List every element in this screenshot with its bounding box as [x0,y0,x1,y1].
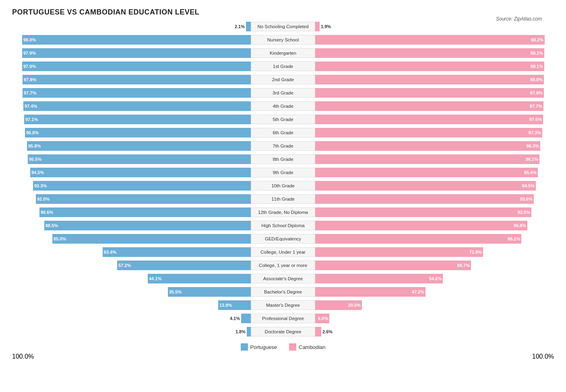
bar-row: 97.4%4th Grade97.7% [12,100,554,112]
bar-row: 98.0%Nursery School98.2% [12,34,554,46]
bar-row: 97.8%2nd Grade98.0% [12,74,554,86]
right-pct-label: 88.2% [506,236,521,241]
right-pct-label: 98.1% [529,64,544,69]
left-pct-label: 97.8% [23,77,37,82]
cambodian-label: Cambodian [299,344,326,350]
chart-title: PORTUGUESE VS CAMBODIAN EDUCATION LEVEL [12,8,554,16]
center-label: College, Under 1 year [251,247,315,257]
right-pct-label: 97.6% [528,117,543,122]
left-pct-label: 97.1% [24,117,39,122]
bar-row: 96.8%6th Grade97.3% [12,127,554,139]
right-bar-section: 92.6% [315,206,554,218]
center-label: 2nd Grade [251,75,315,84]
right-pct-label: 47.2% [411,289,426,294]
right-pct-label: 94.5% [521,183,536,188]
right-pct-label: 66.7% [456,263,471,268]
left-bar-section: 35.5% [12,286,251,298]
center-label: 11th Grade [251,194,315,204]
right-bar-section: 66.7% [315,259,554,271]
center-label: 8th Grade [251,154,315,164]
left-pct-label: 97.7% [23,90,37,95]
right-bar-section: 98.2% [315,34,554,46]
left-bar-section: 4.1% [12,312,251,324]
chart-area: 2.1%No Schooling Completed1.9%98.0%Nurse… [12,21,554,338]
left-bar-section: 63.4% [12,246,251,258]
right-pct-label: 71.9% [468,250,483,254]
right-outside-label: 2.6% [322,329,333,334]
bar-row: 95.5%8th Grade96.1% [12,153,554,165]
left-outside-label: 1.8% [235,329,246,334]
right-bar-section: 97.7% [315,100,554,112]
right-bar-section: 98.0% [315,74,554,86]
center-label: Associate's Degree [251,274,315,283]
right-bar-section: 93.6% [315,193,554,205]
right-bar-section: 98.1% [315,47,554,59]
right-bar-section: 96.1% [315,153,554,165]
center-label: Master's Degree [251,300,315,310]
left-bar-section: 97.1% [12,113,251,125]
bar-row: 97.7%3rd Grade97.9% [12,87,554,99]
right-bar-section: 2.6% [315,326,554,338]
left-pct-label: 63.4% [103,250,118,254]
left-pct-label: 92.0% [36,197,51,201]
left-pct-label: 97.4% [23,104,38,109]
left-pct-label: 97.9% [22,64,37,69]
right-pct-label: 97.3% [527,130,542,135]
left-bar-section: 96.8% [12,127,251,139]
bar-row: 90.6%12th Grade, No Diploma92.6% [12,206,554,218]
left-bar-section: 95.5% [12,153,251,165]
right-bar-section: 71.9% [315,246,554,258]
left-bar-section: 44.1% [12,273,251,285]
bar-row: 63.4%College, Under 1 year71.9% [12,246,554,258]
right-pct-label: 6.0% [317,316,329,321]
center-label: 4th Grade [251,101,315,111]
left-pct-label: 13.9% [218,303,233,308]
right-bar-section: 97.3% [315,127,554,139]
left-pct-label: 95.5% [28,157,43,162]
bar-row: 95.8%7th Grade96.3% [12,140,554,152]
left-pct-label: 97.9% [22,51,37,55]
left-bar-section: 90.6% [12,206,251,218]
right-pct-label: 90.8% [512,223,527,228]
bottom-labels: 100.0% 100.0% [12,353,554,360]
portuguese-label: Portuguese [250,344,277,350]
legend-portuguese: Portuguese [241,343,277,351]
left-bar-section: 88.5% [12,220,251,232]
left-pct-label: 85.0% [52,236,67,241]
legend-cambodian: Cambodian [289,343,326,351]
center-label: 7th Grade [251,141,315,151]
right-bar-section: 88.2% [315,233,554,245]
center-label: 1st Grade [251,62,315,71]
portuguese-color-swatch [241,343,248,351]
left-bar-section: 2.1% [12,21,251,33]
legend: Portuguese Cambodian [12,343,554,351]
center-label: 5th Grade [251,115,315,124]
left-bar-section: 93.3% [12,180,251,192]
bar-row: 94.5%9th Grade95.4% [12,166,554,179]
right-bar-section: 95.4% [315,166,554,179]
left-pct-label: 35.5% [168,289,183,294]
center-label: 12th Grade, No Diploma [251,207,315,217]
center-label: Doctorate Degree [251,327,315,337]
right-pct-label: 97.9% [529,90,544,95]
center-label: GED/Equivalency [251,234,315,244]
left-bar-section: 97.8% [12,74,251,86]
center-label: Professional Degree [251,314,315,323]
center-label: 3rd Grade [251,88,315,98]
right-bar-section: 6.0% [315,312,554,324]
right-bar-section: 97.9% [315,87,554,99]
center-label: Kindergarten [251,48,315,58]
left-bar-section: 1.8% [12,326,251,338]
bar-row: 92.0%11th Grade93.6% [12,193,554,205]
right-pct-label: 96.3% [525,144,540,148]
bar-row: 88.5%High School Diploma90.8% [12,220,554,232]
right-bar-section: 94.5% [315,180,554,192]
left-outside-label: 4.1% [230,316,240,321]
right-bar-section: 96.3% [315,140,554,152]
left-pct-label: 98.0% [22,37,37,42]
cambodian-color-swatch [289,343,296,351]
right-bar-section: 98.1% [315,60,554,72]
left-pct-label: 93.3% [33,183,48,188]
bar-row: 44.1%Associate's Degree54.6% [12,273,554,285]
bottom-label-right: 100.0% [532,353,554,360]
